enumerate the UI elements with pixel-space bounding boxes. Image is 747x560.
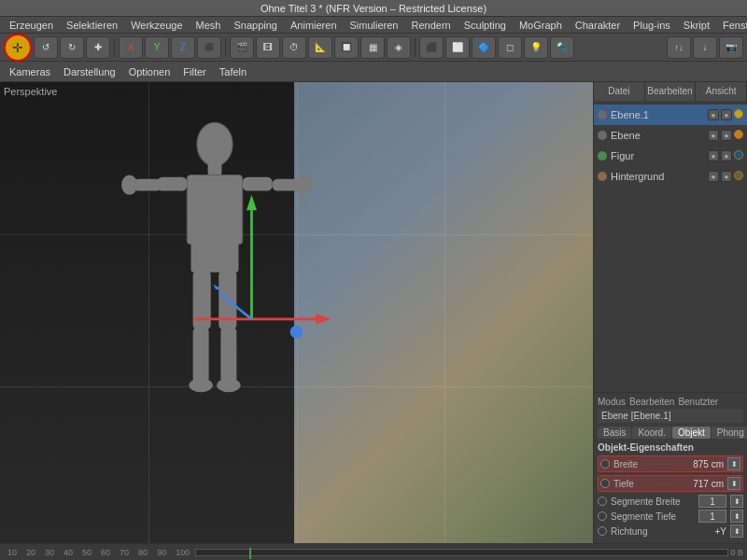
prop-row-tiefe: Tiefe 717 cm ⬍ (598, 475, 743, 492)
menu-plugins[interactable]: Plug-ins (627, 19, 676, 32)
menu-snapping[interactable]: Snapping (228, 19, 283, 32)
rp-tab-ansicht[interactable]: Ansicht (696, 82, 747, 101)
arrow-down-button[interactable]: ↓ (693, 36, 717, 59)
sep-2 (225, 38, 226, 57)
layer-color-ebene[interactable] (734, 130, 743, 139)
prop-tab-basis[interactable]: Basis (598, 427, 631, 439)
rp-tab-datei[interactable]: Datei (594, 82, 645, 101)
richtung-stepper[interactable]: ⬍ (730, 525, 743, 538)
move-tool-button[interactable]: ✛ (4, 34, 32, 62)
svg-rect-6 (134, 179, 162, 191)
timeline-bar[interactable] (195, 549, 728, 556)
prop-radio-tiefe[interactable] (600, 479, 610, 488)
svg-rect-3 (191, 243, 239, 273)
tb2-tafeln[interactable]: Tafeln (214, 65, 252, 78)
menu-rendern[interactable]: Rendern (405, 19, 456, 32)
seg-radio-breite[interactable] (598, 497, 607, 506)
anim-tb-btn6[interactable]: ▦ (360, 36, 385, 59)
layer-color-ebene1[interactable] (734, 109, 743, 119)
props-tabs: Basis Koord. Objekt Phong (598, 427, 743, 439)
arrows-up-button[interactable]: ↑↓ (667, 36, 691, 59)
tb2-optionen[interactable]: Optionen (123, 65, 176, 78)
layer-color-hintergrund[interactable] (734, 171, 743, 180)
prop-stepper-breite[interactable]: ⬍ (727, 457, 740, 470)
anim-tb-btn2[interactable]: 🎞 (256, 36, 280, 59)
sep-1 (114, 38, 115, 57)
menu-selektieren[interactable]: Selektieren (61, 19, 123, 32)
menu-skript[interactable]: Skript (678, 19, 715, 32)
timeline: 10 20 30 40 50 60 70 80 90 100 0 B (0, 543, 747, 560)
rp-tab-bearbeiten[interactable]: Bearbeiten (645, 82, 697, 101)
viewport[interactable]: Perspektive (0, 82, 593, 543)
render-btn1[interactable]: ⬛ (419, 36, 444, 59)
layer-item-ebene1[interactable]: Ebene.1 ● ● (594, 105, 747, 125)
undo-button[interactable]: ↺ (34, 36, 58, 59)
menu-mesh[interactable]: Mesh (190, 19, 227, 32)
seg-input-breite[interactable] (698, 495, 726, 508)
z-axis-button[interactable]: Z (171, 36, 195, 59)
tl-num-30: 30 (41, 548, 58, 557)
anim-tb-btn5[interactable]: 🔲 (334, 36, 359, 59)
redo-button[interactable]: ↻ (60, 36, 84, 59)
layer-lock-btn-figur[interactable]: ● (721, 150, 732, 161)
layer-item-figur[interactable]: Figur ● ● (594, 146, 747, 166)
toolbar-group-1: ↺ ↻ ✚ (34, 36, 110, 59)
layer-controls-ebene: ● ● (708, 130, 743, 141)
main-area: Perspektive (0, 82, 747, 543)
richtung-radio[interactable] (598, 526, 607, 536)
layer-color-figur[interactable] (734, 150, 743, 160)
menu-sculpting[interactable]: Sculpting (458, 19, 512, 32)
layer-vis-btn-hintergrund[interactable]: ● (708, 171, 719, 182)
prop-tab-koord[interactable]: Koord. (632, 427, 670, 439)
layer-vis-btn-ebene1[interactable]: ● (708, 109, 719, 120)
anim-tb-btn4[interactable]: 📐 (308, 36, 332, 59)
add-object-button[interactable]: ✚ (86, 36, 110, 59)
layer-vis-btn-figur[interactable]: ● (708, 150, 719, 161)
x-axis-button[interactable]: X (119, 36, 143, 59)
menu-mograph[interactable]: MoGraph (514, 19, 568, 32)
layer-item-ebene[interactable]: Ebene ● ● (594, 125, 747, 146)
anim-tb-btn1[interactable]: 🎬 (230, 36, 254, 59)
anim-tb-btn7[interactable]: ◈ (387, 36, 411, 59)
menu-animieren[interactable]: Animieren (285, 19, 343, 32)
tb2-filter[interactable]: Filter (177, 65, 211, 78)
menu-simulieren[interactable]: Simulieren (345, 19, 404, 32)
camera-button[interactable]: 📷 (719, 36, 743, 59)
prop-stepper-tiefe[interactable]: ⬍ (727, 477, 740, 490)
layer-lock-btn-hintergrund[interactable]: ● (721, 171, 732, 182)
y-axis-button[interactable]: Y (145, 36, 169, 59)
menu-charakter[interactable]: Charakter (570, 19, 626, 32)
prop-dots-tiefe (652, 483, 671, 484)
layer-list: Ebene.1 ● ● Ebene ● ● Figu (594, 101, 747, 392)
seg-stepper-tiefe[interactable]: ⬍ (730, 510, 743, 523)
seg-breite-row: Segmente Breite ⬍ (598, 495, 743, 508)
svg-rect-5 (243, 177, 273, 191)
seg-input-tiefe[interactable] (698, 510, 726, 523)
prop-label-breite: Breite (613, 459, 646, 469)
layer-vis-btn-ebene[interactable]: ● (708, 130, 719, 141)
menu-bar: Erzeugen Selektieren Werkzeuge Mesh Snap… (0, 17, 747, 34)
layer-lock-btn-ebene[interactable]: ● (721, 130, 732, 141)
seg-stepper-breite[interactable]: ⬍ (730, 495, 743, 508)
all-axis-button[interactable]: ⬛ (197, 36, 221, 59)
prop-tab-objekt[interactable]: Objekt (672, 427, 711, 439)
layer-item-hintergrund[interactable]: Hintergrund ● ● (594, 166, 747, 187)
menu-fenster[interactable]: Fenster (717, 19, 747, 32)
render-btn3[interactable]: 🔷 (472, 36, 496, 59)
menu-werkzeuge[interactable]: Werkzeuge (125, 19, 188, 32)
axis-group: X Y Z ⬛ (119, 36, 221, 59)
render-btn4[interactable]: ◻ (498, 36, 522, 59)
menu-erzeugen[interactable]: Erzeugen (4, 19, 59, 32)
prop-radio-breite[interactable] (600, 459, 610, 469)
anim-tb-btn3[interactable]: ⏱ (282, 36, 306, 59)
prop-tab-phong[interactable]: Phong (712, 427, 747, 439)
render-btn5[interactable]: 💡 (524, 36, 548, 59)
render-btn6[interactable]: 🔦 (550, 36, 574, 59)
svg-point-8 (121, 175, 137, 195)
seg-radio-tiefe[interactable] (598, 511, 607, 521)
tb2-darstellung[interactable]: Darstellung (58, 65, 121, 78)
tb2-kameras[interactable]: Kameras (4, 65, 56, 78)
layer-lock-btn-ebene1[interactable]: ● (721, 109, 732, 120)
render-btn2[interactable]: ⬜ (445, 36, 470, 59)
tl-num-20: 20 (22, 548, 39, 557)
